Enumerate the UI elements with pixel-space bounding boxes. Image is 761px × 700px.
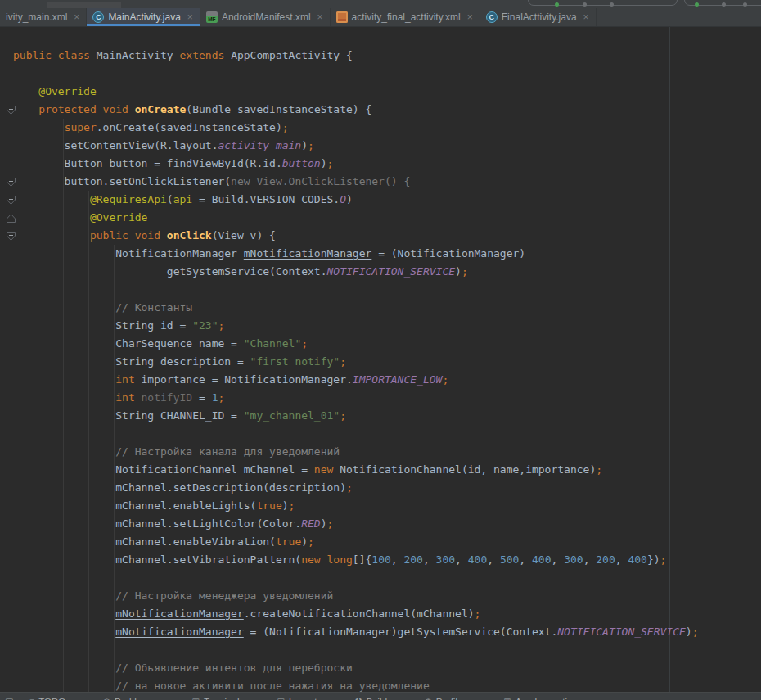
tool-window-button-logcat[interactable]: ▤Logcat [277,697,317,700]
code-line: mNotificationManager.createNotificationC… [0,605,761,623]
run-button-icon[interactable] [555,2,559,7]
code-line: @RequiresApi(api = Build.VERSION_CODES.O… [0,191,761,209]
code-line: protected void onCreate(Bundle savedInst… [0,101,761,119]
layout-icon [336,11,348,23]
code-line: mChannel.setLightColor(Color.RED); [0,515,761,533]
code-line: super.onCreate(savedInstanceState); [0,119,761,137]
tab-androidmanifest-xml[interactable]: MFAndroidManifest.xml× [200,8,331,26]
code-line: mChannel.enableVibration(true); [0,533,761,551]
close-icon[interactable]: × [74,11,79,23]
tool-window-label: Profiler [436,697,466,700]
tool-window-label: TODO [38,697,65,700]
terminal-icon: ▣ [192,698,200,700]
code-line: CharSequence name = "Channel"; [0,335,761,353]
class-icon: C [486,11,498,23]
tool-window-button-problems[interactable]: ◉Problems [103,697,154,700]
tab-activity-final-acttivity-xml[interactable]: activity_final_acttivity.xml× [331,8,480,26]
tool-window-label: App Inspection [516,697,578,700]
tab-bar: ivity_main.xml×CMainActivity.java×MFAndr… [0,8,761,27]
code-line: mChannel.setVibrationPattern(new long[]{… [0,551,761,569]
code-line: mChannel.setDescription(description); [0,479,761,497]
problems-icon: ◉ [103,698,110,700]
ide-window: ivity_main.xml×CMainActivity.java×MFAndr… [0,0,761,700]
code-line: button.setOnClickListener(new View.OnCli… [0,173,761,191]
class-icon: C [92,11,104,23]
code-line [0,641,761,659]
code-area[interactable]: public class MainActivity extends AppCom… [0,47,761,692]
fold-down-icon[interactable] [6,230,16,241]
code-line: Button button = findViewById(R.id.button… [0,155,761,173]
code-line: String id = "23"; [0,317,761,335]
tool-window-button-terminal[interactable]: ▣Terminal [192,697,240,700]
tab-label: AndroidManifest.xml [222,11,311,23]
tab-label: MainActivity.java [108,11,180,23]
code-line: NotificationManager mNotificationManager… [0,245,761,263]
code-line: // Настройка канала для уведомлений [0,443,761,461]
code-line: String CHANNEL_ID = "my_channel_01"; [0,407,761,425]
code-line: mChannel.enableLights(true); [0,497,761,515]
tab-finalacttivity-java[interactable]: CFinalActtivity.java× [480,8,597,26]
toolbar-button-icon[interactable] [743,2,747,7]
code-line: String description = "first notify"; [0,353,761,371]
tab-ivity-main-xml[interactable]: ivity_main.xml× [0,8,87,26]
close-icon[interactable]: × [317,11,323,23]
tool-window-button-build[interactable]: ⚒Build [354,697,387,700]
close-icon[interactable]: × [583,11,589,23]
code-line [0,65,761,83]
logcat-icon: ▤ [277,698,285,700]
close-icon[interactable]: × [467,11,473,23]
tab-mainactivity-java[interactable]: CMainActivity.java× [87,8,200,26]
code-line: NotificationChannel mChannel = new Notif… [0,461,761,479]
code-line: getSystemService(Context.NOTIFICATION_SE… [0,263,761,281]
tool-window-bar: ▢ ≡TODO◉Problems▣Terminal▤Logcat⚒Build◷P… [0,692,761,700]
code-line: mNotificationManager = (NotificationMana… [0,623,761,641]
tool-window-button-profiler[interactable]: ◷Profiler [425,697,466,700]
tool-window-label: Logcat [289,697,317,700]
tool-window-label: Build [366,697,387,700]
tab-label: ivity_main.xml [6,11,67,23]
fold-up-icon[interactable] [6,212,16,223]
code-line: public void onClick(View v) { [0,227,761,245]
toolbar-button-icon[interactable] [722,2,726,7]
tab-label: FinalActtivity.java [502,11,577,23]
code-line: int notifyID = 1; [0,389,761,407]
tool-window-label: Terminal [204,697,239,700]
tab-label: activity_final_acttivity.xml [352,11,461,23]
code-line [0,425,761,443]
main-toolbar-partial [0,0,761,8]
toolbar-button-icon[interactable] [583,2,587,7]
code-line: // Константы [0,299,761,317]
todo-icon: ≡ [29,698,34,700]
tool-window-button-todo[interactable]: ≡TODO [29,697,65,700]
code-line: // Настройка менеджера уведомлений [0,587,761,605]
code-line: @Override [0,83,761,101]
code-line: public class MainActivity extends AppCom… [0,47,761,65]
code-line: setContentView(R.layout.activity_main); [0,137,761,155]
app-inspection-icon: ▦ [503,698,511,700]
toolbar-button-icon[interactable] [610,2,614,7]
code-line [0,569,761,587]
tool-window-button-app-inspection[interactable]: ▦App Inspection [503,697,578,700]
manifest-icon: MF [206,11,218,23]
tool-window-label: Problems [115,697,155,700]
code-editor[interactable]: public class MainActivity extends AppCom… [0,27,761,692]
code-line [0,281,761,299]
fold-down-icon[interactable] [6,194,16,205]
code-line: int importance = NotificationManager.IMP… [0,371,761,389]
profiler-icon: ◷ [425,698,432,700]
run-configuration-selector-partial[interactable] [47,2,121,8]
build-icon: ⚒ [354,698,362,700]
close-icon[interactable]: × [187,11,193,23]
code-line: @Override [0,209,761,227]
code-line: // Обьявление интентов для переброски [0,659,761,677]
fold-down-icon[interactable] [6,104,16,115]
fold-down-icon[interactable] [6,176,16,187]
toolbar-button-group[interactable] [528,0,678,6]
code-line: // на новое активити после нажатия на ув… [0,677,761,692]
debug-button-icon[interactable] [695,2,699,7]
tool-window-stripe-icon[interactable]: ▢ [5,696,13,700]
